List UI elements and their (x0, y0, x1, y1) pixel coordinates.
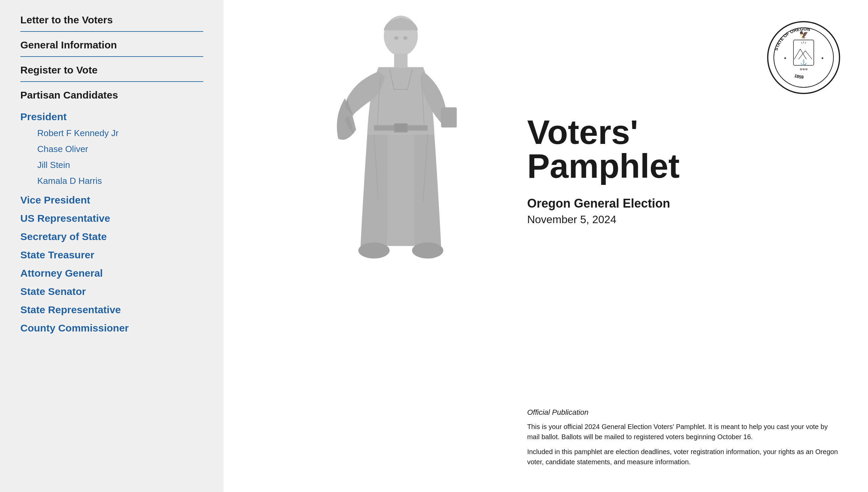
main-panel: STATE OF OREGON 1859 🦅 (224, 0, 868, 492)
nav-label-letter[interactable]: Letter to the Voters (20, 7, 203, 31)
nav-label-general[interactable]: General Information (20, 32, 203, 56)
race-title-state-senator[interactable]: State Senator (20, 282, 203, 300)
cover-content: STATE OF OREGON 1859 🦅 (224, 0, 868, 492)
nav-label-register[interactable]: Register to Vote (20, 57, 203, 81)
official-pub-label: Official Publication (527, 408, 841, 417)
nav-letter-to-voters: Letter to the Voters (20, 7, 203, 32)
svg-point-8 (394, 36, 398, 40)
candidate-rfk[interactable]: Robert F Kennedy Jr (37, 125, 203, 141)
election-title: Oregon General Election (527, 196, 841, 211)
candidate-chase-oliver[interactable]: Chase Oliver (37, 141, 203, 157)
svg-rect-7 (394, 124, 408, 132)
race-title-attorney-general[interactable]: Attorney General (20, 263, 203, 282)
svg-point-9 (403, 36, 408, 40)
title-line2: Pamphlet (527, 147, 680, 185)
official-publication: Official Publication This is your offici… (527, 394, 841, 472)
candidate-jill-stein[interactable]: Jill Stein (37, 157, 203, 173)
svg-point-4 (412, 242, 443, 259)
race-title-secretary-of-state[interactable]: Secretary of State (20, 227, 203, 245)
nav-register-to-vote: Register to Vote (20, 57, 203, 82)
nav-general-information: General Information (20, 32, 203, 57)
candidate-list-president: Robert F Kennedy Jr Chase Oliver Jill St… (20, 125, 203, 189)
svg-rect-2 (387, 134, 414, 246)
oregon-seal: STATE OF OREGON 1859 🦅 (766, 20, 841, 95)
race-title-state-treasurer[interactable]: State Treasurer (20, 245, 203, 263)
candidate-kamala-harris[interactable]: Kamala D Harris (37, 173, 203, 189)
official-pub-text1: This is your official 2024 General Elect… (527, 422, 841, 442)
race-title-us-representative[interactable]: US Representative (20, 209, 203, 227)
official-pub-text2: Included in this pamphlet are election d… (527, 447, 841, 467)
svg-text:≋≋≋: ≋≋≋ (800, 67, 808, 71)
race-title-president[interactable]: President (20, 107, 203, 125)
race-title-county-commissioner[interactable]: County Commissioner (20, 318, 203, 337)
partisan-candidates-header: Partisan Candidates (20, 82, 203, 104)
race-president: President Robert F Kennedy Jr Chase Oliv… (20, 107, 203, 189)
svg-text:🦅: 🦅 (799, 30, 809, 39)
cover-right: STATE OF OREGON 1859 🦅 (514, 0, 868, 492)
svg-rect-5 (441, 107, 457, 127)
sidebar: Letter to the Voters General Information… (0, 0, 224, 492)
title-line1: Voters' (527, 113, 638, 151)
svg-point-3 (358, 242, 390, 259)
svg-rect-1 (394, 54, 408, 67)
pamphlet-title: Voters' Pamphlet (527, 115, 841, 183)
race-title-vice-president[interactable]: Vice President (20, 190, 203, 209)
svg-text:★: ★ (821, 56, 824, 60)
svg-text:★: ★ (784, 56, 787, 60)
svg-text:⚓: ⚓ (800, 59, 807, 66)
race-title-state-representative[interactable]: State Representative (20, 300, 203, 318)
election-date: November 5, 2024 (527, 213, 841, 226)
